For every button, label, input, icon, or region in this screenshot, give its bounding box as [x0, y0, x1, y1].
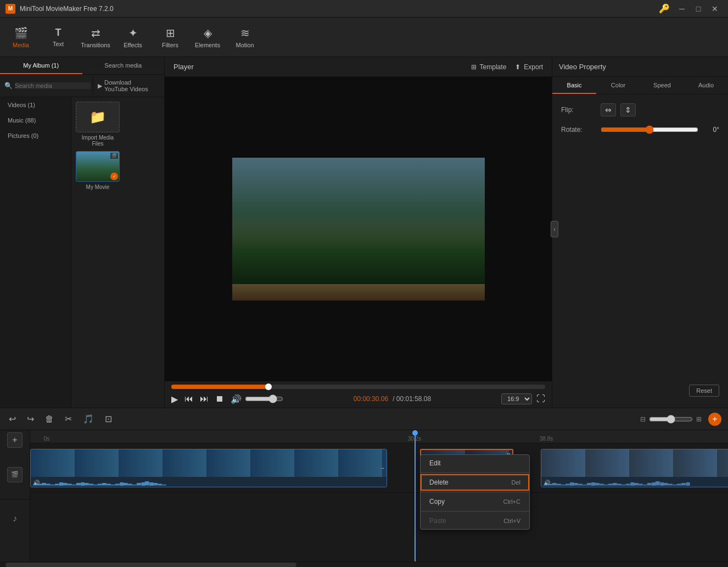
window-controls: ─ □ ✕	[674, 1, 723, 16]
timeline-scrollbar[interactable]	[0, 562, 728, 567]
volume-control: 🔊	[231, 394, 283, 404]
key-icon: 🔑	[659, 3, 670, 14]
app-logo: M	[5, 4, 15, 14]
next-frame-button[interactable]: ⏭	[200, 394, 209, 404]
toolbar-elements[interactable]: ◈ Elements	[189, 20, 226, 55]
motion-icon: ≋	[240, 26, 250, 40]
edit-label: Edit	[429, 459, 441, 467]
search-input[interactable]	[15, 82, 91, 89]
flip-vertical-button[interactable]: ⇕	[620, 103, 636, 116]
copy-shortcut: Ctrl+C	[503, 498, 520, 505]
close-button[interactable]: ✕	[707, 1, 723, 16]
player-header: Player ⊞ Template ⬆ Export	[165, 57, 552, 77]
delete-label: Delete	[429, 479, 449, 486]
titlebar: M MiniTool MovieMaker Free 7.2.0 🔑 ─ □ ✕	[0, 0, 728, 18]
crop-button[interactable]: ⊡	[103, 412, 114, 426]
video-clip-1[interactable]: ▁▂▃▂▁▂▄▃▂▁▃▄▃▂▁▂▃▂▁▂▄▃▂▁▃▄▅▄▃▂▁ 🔊 →	[30, 449, 387, 487]
aspect-ratio-select[interactable]: 16:9 4:3 1:1 9:16	[501, 393, 532, 404]
text-icon: T	[55, 27, 61, 38]
sidebar-item-videos[interactable]: Videos (1)	[0, 97, 71, 113]
toolbar-transitions[interactable]: ⇄ Transitions	[77, 20, 114, 55]
redo-button[interactable]: ↪	[25, 412, 36, 426]
toolbar-filters[interactable]: ⊞ Filters	[152, 20, 189, 55]
ruler-mark-0s: 0s	[44, 436, 50, 442]
timeline: ↩ ↪ 🗑 ✂ 🎵 ⊡ ⊟ ⊞ + + 🎬 ♪ 0s 30.2s 38.8s	[0, 408, 728, 567]
clip1-end-button[interactable]: →	[379, 464, 385, 472]
context-divider-2	[421, 492, 529, 492]
play-button[interactable]: ▶	[171, 394, 178, 404]
reset-button[interactable]: Reset	[689, 385, 719, 397]
template-button[interactable]: ⊞ Template	[471, 63, 507, 71]
video-preview: ›	[165, 77, 552, 381]
cut-button[interactable]: ✂	[63, 412, 74, 426]
volume-slider[interactable]	[245, 394, 283, 403]
tab-color[interactable]: Color	[596, 77, 640, 94]
import-label: Import Media Files	[76, 135, 120, 147]
track1-icon[interactable]: 🎬	[7, 467, 23, 482]
main-area: My Album (1) Search media 🔍 ▶ Download Y…	[0, 57, 728, 408]
delete-clip-button[interactable]: 🗑	[43, 412, 56, 426]
playhead[interactable]	[415, 430, 416, 562]
elements-icon: ◈	[204, 26, 212, 40]
rotate-slider[interactable]	[601, 125, 698, 134]
my-movie-item[interactable]: 🎬 ✓ My Movie	[76, 151, 120, 190]
stop-button[interactable]: ⏹	[215, 394, 224, 404]
current-time: 00:00:30.06	[354, 395, 388, 403]
progress-bar[interactable]	[171, 385, 545, 389]
left-panel-tabs: My Album (1) Search media	[0, 57, 164, 75]
timeline-toolbar: ↩ ↪ 🗑 ✂ 🎵 ⊡ ⊟ ⊞ +	[0, 408, 728, 430]
context-copy[interactable]: Copy Ctrl+C	[421, 493, 529, 510]
music-track-label: ♪	[0, 499, 30, 538]
zoom-slider[interactable]	[649, 415, 693, 424]
fullscreen-button[interactable]: ⛶	[536, 394, 545, 404]
tab-basic[interactable]: Basic	[552, 77, 596, 94]
minimize-button[interactable]: ─	[674, 1, 690, 16]
import-thumb: 📁	[76, 102, 120, 132]
add-media-button[interactable]: +	[7, 432, 23, 448]
toolbar-text[interactable]: T Text	[40, 20, 77, 55]
toolbar-effects-label: Effects	[124, 42, 142, 48]
scrollbar-thumb	[5, 563, 296, 567]
flip-horizontal-button[interactable]: ⇔	[601, 103, 616, 116]
timeline-tracks: 0s 30.2s 38.8s Track1 ▁▂▃▂▁▂▄▃▂▁▃▄▃▂▁▂▃▂…	[30, 430, 728, 562]
prev-frame-button[interactable]: ⏮	[184, 394, 193, 404]
player-panel: Player ⊞ Template ⬆ Export ›	[165, 57, 552, 408]
undo-button[interactable]: ↩	[7, 412, 18, 426]
maximize-button[interactable]: □	[691, 1, 706, 16]
track1-area: Track1 ▁▂▃▂▁▂▄▃▂▁▃▄▃▂▁▂▃▂▁▂▄▃▂▁▃▄▅▄▃▂▁ 🔊…	[30, 443, 728, 493]
record-button[interactable]: 🎵	[81, 412, 96, 426]
video-sky	[232, 158, 485, 213]
flip-label: Flip:	[561, 106, 594, 114]
tab-audio[interactable]: Audio	[684, 77, 728, 94]
sidebar-item-pictures[interactable]: Pictures (0)	[0, 128, 71, 143]
toolbar-media[interactable]: 🎬 Media	[2, 20, 40, 55]
context-paste[interactable]: Paste Ctrl+V	[421, 513, 529, 529]
right-panel-header: Video Property	[552, 57, 728, 77]
download-youtube-button[interactable]: ▶ Download YouTube Videos	[93, 77, 160, 94]
collapse-panel-button[interactable]: ›	[551, 221, 558, 237]
video-clip-3[interactable]: ▁▂▃▂▁▂▄▃▂▁▃▄▃▂▁▂▃▂▁▂▄▃▂▁▃▄▅▄▃▂▁▂▃▄ 🔊	[541, 449, 728, 487]
youtube-icon: ▶	[98, 82, 102, 90]
music-icon: ♪	[13, 514, 17, 524]
tab-speed[interactable]: Speed	[640, 77, 684, 94]
left-panel: My Album (1) Search media 🔍 ▶ Download Y…	[0, 57, 165, 408]
add-track-button[interactable]: +	[708, 413, 721, 426]
import-media-item[interactable]: 📁 Import Media Files	[76, 102, 120, 147]
track-labels: + 🎬 ♪	[0, 430, 30, 562]
left-sidebar: Videos (1) Music (88) Pictures (0) 📁 Imp…	[0, 97, 164, 408]
tab-my-album[interactable]: My Album (1)	[0, 57, 82, 74]
context-divider-3	[421, 511, 529, 512]
download-label: Download YouTube Videos	[104, 79, 155, 92]
context-delete[interactable]: Delete Del	[421, 474, 529, 491]
context-edit[interactable]: Edit	[421, 455, 529, 471]
copy-label: Copy	[429, 498, 445, 505]
toolbar-motion[interactable]: ≋ Motion	[226, 20, 264, 55]
tab-search-media[interactable]: Search media	[82, 57, 165, 74]
player-controls: ▶ ⏮ ⏭ ⏹ 🔊 00:00:30.06 / 00:01:58.08 16:9	[165, 381, 552, 408]
video-badge-icon: 🎬	[110, 153, 118, 159]
toolbar-effects[interactable]: ✦ Effects	[114, 20, 152, 55]
check-badge: ✓	[110, 173, 118, 180]
export-button[interactable]: ⬆ Export	[515, 63, 543, 71]
sidebar-item-music[interactable]: Music (88)	[0, 113, 71, 128]
volume-icon[interactable]: 🔊	[231, 394, 242, 404]
